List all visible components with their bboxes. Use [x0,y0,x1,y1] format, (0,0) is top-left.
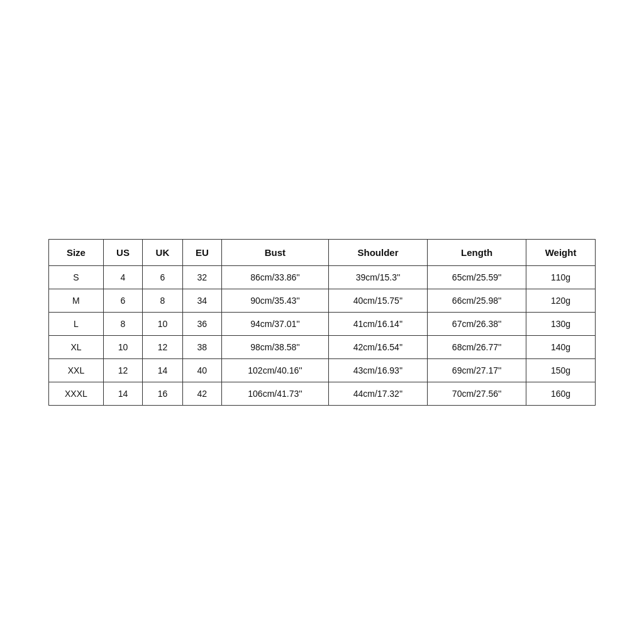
table-cell: 39cm/15.3'' [328,265,427,289]
table-cell: 40cm/15.75'' [328,289,427,312]
table-cell: 160g [526,382,596,405]
table-cell: 43cm/16.93'' [328,358,427,382]
table-cell: XXL [49,358,104,382]
table-cell: 36 [182,312,221,335]
table-cell: 34 [182,289,221,312]
table-header-row: SizeUSUKEUBustShoulderLengthWeight [49,239,596,265]
table-cell: 12 [103,358,142,382]
table-cell: 86cm/33.86'' [221,265,328,289]
table-cell: 42 [182,382,221,405]
table-cell: 67cm/26.38'' [428,312,526,335]
size-chart-container: SizeUSUKEUBustShoulderLengthWeight S4632… [48,239,596,406]
table-row: XL10123898cm/38.58''42cm/16.54''68cm/26.… [49,335,596,358]
table-cell: 14 [103,382,142,405]
table-cell: 10 [143,312,183,335]
table-cell: 44cm/17.32'' [328,382,427,405]
table-cell: 6 [143,265,183,289]
column-header: Size [49,239,104,265]
table-cell: 16 [143,382,183,405]
table-cell: 12 [143,335,183,358]
table-cell: 40 [182,358,221,382]
table-row: L8103694cm/37.01''41cm/16.14''67cm/26.38… [49,312,596,335]
column-header: US [103,239,142,265]
table-cell: 41cm/16.14'' [328,312,427,335]
table-row: XXL121440102cm/40.16''43cm/16.93''69cm/2… [49,358,596,382]
table-cell: 8 [143,289,183,312]
column-header: EU [182,239,221,265]
column-header: Weight [526,239,596,265]
table-cell: 68cm/26.77'' [428,335,526,358]
table-cell: 90cm/35.43'' [221,289,328,312]
table-cell: S [49,265,104,289]
table-cell: 66cm/25.98'' [428,289,526,312]
column-header: Bust [221,239,328,265]
table-cell: 8 [103,312,142,335]
table-cell: 106cm/41.73'' [221,382,328,405]
column-header: UK [143,239,183,265]
table-cell: 42cm/16.54'' [328,335,427,358]
table-cell: 69cm/27.17'' [428,358,526,382]
table-row: XXXL141642106cm/41.73''44cm/17.32''70cm/… [49,382,596,405]
table-cell: L [49,312,104,335]
table-cell: M [49,289,104,312]
size-chart-table: SizeUSUKEUBustShoulderLengthWeight S4632… [48,239,596,406]
table-row: M683490cm/35.43''40cm/15.75''66cm/25.98'… [49,289,596,312]
table-cell: 102cm/40.16'' [221,358,328,382]
table-cell: 110g [526,265,596,289]
column-header: Shoulder [328,239,427,265]
table-cell: 150g [526,358,596,382]
column-header: Length [428,239,526,265]
table-cell: 120g [526,289,596,312]
table-cell: 98cm/38.58'' [221,335,328,358]
table-cell: 65cm/25.59'' [428,265,526,289]
table-cell: 70cm/27.56'' [428,382,526,405]
table-cell: 10 [103,335,142,358]
table-cell: 32 [182,265,221,289]
table-cell: 38 [182,335,221,358]
table-cell: 130g [526,312,596,335]
table-cell: 94cm/37.01'' [221,312,328,335]
table-cell: 6 [103,289,142,312]
table-cell: XL [49,335,104,358]
table-cell: 4 [103,265,142,289]
table-cell: XXXL [49,382,104,405]
table-cell: 14 [143,358,183,382]
table-cell: 140g [526,335,596,358]
table-row: S463286cm/33.86''39cm/15.3''65cm/25.59''… [49,265,596,289]
